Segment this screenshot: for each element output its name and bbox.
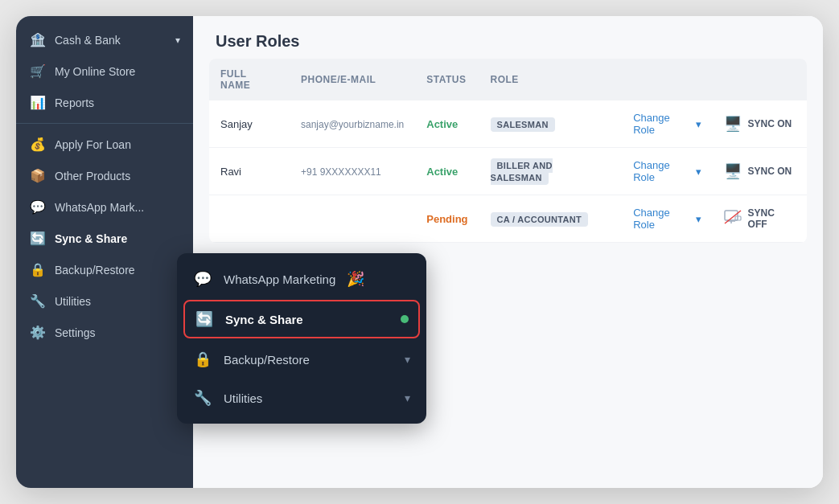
dropdown-label-utilities: Utilities bbox=[224, 391, 262, 405]
col-header-status: STATUS bbox=[415, 59, 479, 100]
role-badge-biller: BILLER AND SALESMAN bbox=[491, 158, 553, 185]
table-container: FULL NAME PHONE/E-MAIL STATUS ROLE Sanja… bbox=[193, 59, 823, 243]
sync-status-off: SYNC OFF bbox=[724, 207, 796, 230]
dropdown-label-sync: Sync & Share bbox=[225, 313, 303, 326]
sidebar-label-reports: Reports bbox=[55, 96, 94, 109]
status-badge-pending: Pending bbox=[426, 213, 467, 225]
sidebar-label-settings: Settings bbox=[55, 326, 96, 339]
table-header-row: FULL NAME PHONE/E-MAIL STATUS ROLE bbox=[209, 59, 807, 100]
change-role-label: Change Role bbox=[633, 112, 693, 136]
user-phone-ravi: +91 9XXXXXXX11 bbox=[290, 148, 415, 195]
sync-device-icon: 🖥️ bbox=[724, 115, 742, 133]
sidebar-item-other-products[interactable]: 📦 Other Products bbox=[16, 160, 193, 191]
sidebar-divider bbox=[16, 123, 193, 124]
dropdown-item-whatsapp-marketing[interactable]: 💬 WhatsApp Marketing 🎉 bbox=[177, 260, 426, 298]
whatsapp-dropdown-icon: 💬 bbox=[193, 270, 212, 288]
sidebar-label-cash-bank: Cash & Bank bbox=[55, 34, 121, 47]
sync-status-on: 🖥️ SYNC ON bbox=[724, 162, 796, 180]
backup-icon: 🔒 bbox=[29, 262, 47, 277]
user-status-row3: Pending bbox=[415, 195, 479, 243]
sidebar-label-my-online-store: My Online Store bbox=[55, 65, 135, 78]
col-header-phone: PHONE/E-MAIL bbox=[290, 59, 415, 100]
table-row: Sanjay sanjay@yourbizname.in Active SALE… bbox=[209, 100, 807, 148]
col-header-change bbox=[622, 59, 712, 100]
utilities-icon: 🔧 bbox=[29, 293, 47, 309]
sidebar-item-settings[interactable]: ⚙️ Settings bbox=[16, 317, 193, 348]
change-role-cell-row3[interactable]: Change Role ▾ bbox=[622, 195, 712, 243]
chevron-down-icon: ▾ bbox=[696, 213, 701, 225]
chevron-down-icon: ▾ bbox=[696, 166, 701, 178]
sidebar-label-apply-for-loan: Apply For Loan bbox=[55, 138, 131, 151]
whatsapp-icon: 💬 bbox=[29, 199, 47, 215]
page-title: User Roles bbox=[193, 16, 823, 59]
sidebar-item-my-online-store[interactable]: 🛒 My Online Store bbox=[16, 55, 193, 87]
sidebar-item-cash-bank[interactable]: 🏦 Cash & Bank ▾ bbox=[16, 24, 193, 55]
table-row: Ravi +91 9XXXXXXX11 Active BILLER AND SA… bbox=[209, 148, 807, 195]
sidebar-item-backup-restore[interactable]: 🔒 Backup/Restore bbox=[16, 254, 193, 285]
status-badge-active: Active bbox=[426, 166, 458, 178]
loan-icon: 💰 bbox=[29, 137, 47, 152]
col-header-role: ROLE bbox=[479, 59, 623, 100]
user-name-ravi: Ravi bbox=[209, 148, 290, 195]
sidebar: 🏦 Cash & Bank ▾ 🛒 My Online Store 📊 Repo… bbox=[16, 16, 193, 488]
user-phone-row3 bbox=[290, 195, 415, 243]
change-role-cell-sanjay[interactable]: Change Role ▾ bbox=[622, 100, 712, 148]
user-name-row3 bbox=[209, 195, 290, 243]
sidebar-item-utilities[interactable]: 🔧 Utilities bbox=[16, 285, 193, 317]
products-icon: 📦 bbox=[29, 168, 47, 183]
sidebar-item-sync-share[interactable]: 🔄 Sync & Share bbox=[16, 223, 193, 254]
sidebar-item-reports[interactable]: 📊 Reports bbox=[16, 87, 193, 118]
dropdown-item-sync-share[interactable]: 🔄 Sync & Share bbox=[183, 300, 420, 338]
phone-text: sanjay@yourbizname.in bbox=[301, 119, 404, 130]
sync-label: SYNC ON bbox=[748, 166, 792, 177]
sync-label: SYNC OFF bbox=[748, 207, 796, 230]
sidebar-label-other-products: Other Products bbox=[55, 170, 130, 182]
col-header-name: FULL NAME bbox=[209, 59, 290, 100]
role-badge-ca: CA / ACCOUNTANT bbox=[491, 212, 589, 227]
store-icon: 🛒 bbox=[29, 64, 47, 79]
user-roles-table: FULL NAME PHONE/E-MAIL STATUS ROLE Sanja… bbox=[209, 59, 807, 243]
user-role-sanjay: SALESMAN bbox=[479, 100, 623, 148]
whatsapp-emoji: 🎉 bbox=[347, 270, 364, 288]
change-role-label: Change Role bbox=[633, 159, 693, 183]
sidebar-label-sync-share: Sync & Share bbox=[55, 232, 127, 245]
change-role-button-ravi[interactable]: Change Role ▾ bbox=[633, 159, 701, 183]
sync-device-off-icon bbox=[724, 210, 742, 228]
user-name-sanjay: Sanjay bbox=[209, 100, 290, 148]
user-status-sanjay: Active bbox=[415, 100, 479, 148]
chevron-icon: ▾ bbox=[175, 35, 180, 46]
cash-bank-icon: 🏦 bbox=[29, 32, 47, 47]
reports-icon: 📊 bbox=[29, 95, 47, 110]
sync-dropdown-icon: 🔄 bbox=[195, 310, 214, 328]
sidebar-label-whatsapp-marketing: WhatsApp Mark... bbox=[55, 201, 144, 214]
utilities-dropdown-icon: 🔧 bbox=[193, 389, 212, 407]
sidebar-item-whatsapp-marketing[interactable]: 💬 WhatsApp Mark... bbox=[16, 191, 193, 223]
change-role-button-sanjay[interactable]: Change Role ▾ bbox=[633, 112, 701, 136]
dropdown-item-backup-restore[interactable]: 🔒 Backup/Restore ▾ bbox=[177, 340, 426, 379]
app-container: 🏦 Cash & Bank ▾ 🛒 My Online Store 📊 Repo… bbox=[16, 16, 823, 488]
chevron-right-icon: ▾ bbox=[405, 353, 410, 366]
change-role-cell-ravi[interactable]: Change Role ▾ bbox=[622, 148, 712, 195]
change-role-button-row3[interactable]: Change Role ▾ bbox=[633, 207, 701, 231]
col-header-sync bbox=[713, 59, 807, 100]
user-status-ravi: Active bbox=[415, 148, 479, 195]
sync-device-icon: 🖥️ bbox=[724, 162, 742, 180]
sync-icon: 🔄 bbox=[29, 231, 47, 246]
role-badge-salesman: SALESMAN bbox=[491, 117, 555, 132]
status-badge-active: Active bbox=[426, 118, 458, 130]
sidebar-label-utilities: Utilities bbox=[55, 295, 91, 308]
sync-cell-ravi: 🖥️ SYNC ON bbox=[713, 148, 807, 195]
dropdown-panel: 💬 WhatsApp Marketing 🎉 🔄 Sync & Share 🔒 … bbox=[177, 253, 426, 424]
sync-cell-row3: SYNC OFF bbox=[713, 195, 807, 243]
sidebar-item-apply-for-loan[interactable]: 💰 Apply For Loan bbox=[16, 129, 193, 160]
dropdown-label-whatsapp: WhatsApp Marketing bbox=[224, 272, 335, 286]
sidebar-label-backup-restore: Backup/Restore bbox=[55, 264, 135, 277]
phone-text: +91 9XXXXXXX11 bbox=[301, 166, 381, 178]
chevron-down-icon: ▾ bbox=[696, 118, 701, 130]
sync-status-on: 🖥️ SYNC ON bbox=[724, 115, 796, 133]
user-role-row3: CA / ACCOUNTANT bbox=[479, 195, 623, 243]
table-row: Pending CA / ACCOUNTANT Change Role ▾ bbox=[209, 195, 807, 243]
dropdown-item-utilities[interactable]: 🔧 Utilities ▾ bbox=[177, 379, 426, 417]
green-status-dot bbox=[401, 315, 409, 323]
backup-dropdown-icon: 🔒 bbox=[193, 350, 212, 368]
